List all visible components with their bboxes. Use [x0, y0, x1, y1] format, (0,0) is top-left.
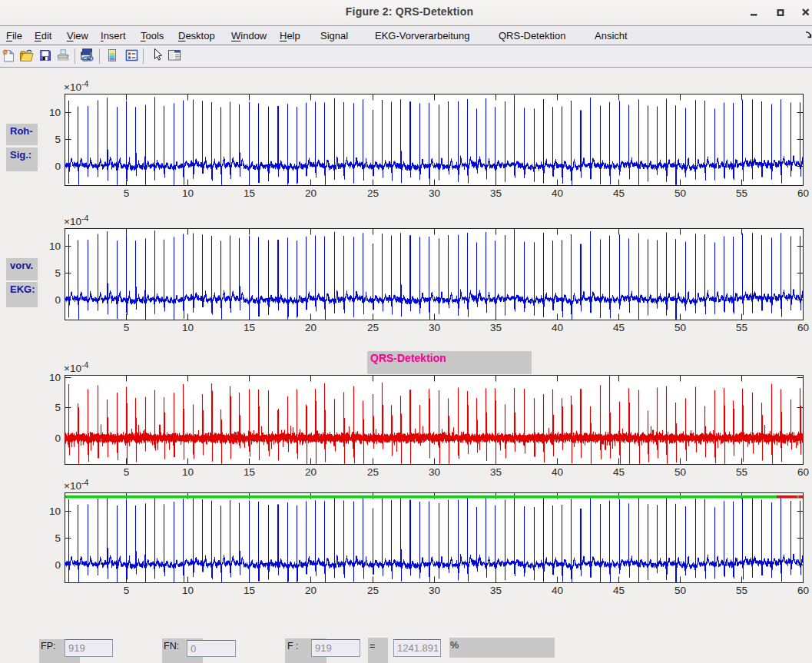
- svg-text:15: 15: [244, 585, 255, 596]
- svg-text:20: 20: [305, 585, 317, 596]
- svg-text:55: 55: [736, 585, 747, 596]
- svg-text:40: 40: [552, 322, 563, 333]
- svg-text:60: 60: [797, 322, 809, 333]
- svg-text:5: 5: [124, 322, 130, 333]
- svg-text:45: 45: [613, 322, 625, 333]
- svg-text:5: 5: [124, 466, 130, 478]
- svg-text:55: 55: [736, 322, 747, 333]
- svg-text:25: 25: [367, 322, 379, 333]
- svg-text:0: 0: [55, 559, 61, 571]
- svg-text:55: 55: [736, 187, 747, 199]
- svg-text:60: 60: [797, 585, 809, 596]
- svg-text:25: 25: [367, 466, 379, 478]
- svg-text:15: 15: [244, 322, 255, 333]
- svg-text:25: 25: [367, 187, 379, 199]
- svg-text:×10-4: ×10-4: [64, 79, 88, 93]
- svg-text:×10-4: ×10-4: [64, 214, 88, 227]
- svg-text:35: 35: [490, 322, 502, 333]
- svg-text:60: 60: [797, 187, 809, 199]
- svg-text:10: 10: [182, 187, 194, 199]
- svg-text:5: 5: [55, 134, 61, 145]
- svg-text:5: 5: [124, 585, 130, 596]
- svg-text:20: 20: [305, 187, 317, 199]
- svg-text:35: 35: [490, 466, 502, 478]
- svg-text:40: 40: [552, 585, 563, 596]
- svg-text:60: 60: [797, 466, 809, 478]
- svg-text:5: 5: [55, 532, 61, 544]
- svg-text:5: 5: [55, 267, 61, 279]
- svg-text:20: 20: [305, 322, 317, 333]
- svg-text:10: 10: [182, 322, 194, 333]
- svg-text:0: 0: [55, 433, 61, 444]
- svg-text:20: 20: [305, 466, 317, 478]
- svg-text:40: 40: [552, 187, 563, 199]
- svg-text:5: 5: [124, 187, 130, 199]
- svg-text:10: 10: [49, 240, 61, 252]
- svg-text:40: 40: [552, 466, 563, 478]
- svg-text:35: 35: [490, 187, 502, 199]
- svg-text:15: 15: [244, 187, 255, 199]
- svg-text:10: 10: [49, 107, 61, 118]
- svg-text:50: 50: [674, 322, 686, 333]
- svg-text:0: 0: [55, 161, 61, 172]
- svg-text:10: 10: [182, 585, 194, 596]
- svg-text:10: 10: [49, 372, 61, 383]
- svg-text:×10-4: ×10-4: [64, 478, 88, 492]
- svg-text:50: 50: [674, 466, 686, 478]
- svg-text:15: 15: [244, 466, 255, 478]
- svg-text:×10-4: ×10-4: [64, 360, 88, 374]
- svg-text:55: 55: [736, 466, 747, 478]
- svg-text:50: 50: [674, 585, 686, 596]
- svg-text:30: 30: [429, 187, 440, 199]
- svg-text:30: 30: [429, 466, 440, 478]
- svg-text:25: 25: [367, 585, 379, 596]
- svg-text:10: 10: [49, 506, 61, 517]
- svg-text:30: 30: [429, 585, 440, 596]
- svg-text:35: 35: [490, 585, 502, 596]
- svg-text:0: 0: [55, 294, 61, 306]
- svg-text:30: 30: [429, 322, 440, 333]
- svg-text:45: 45: [613, 585, 625, 596]
- svg-text:45: 45: [613, 187, 625, 199]
- svg-text:45: 45: [613, 466, 625, 478]
- svg-text:50: 50: [674, 187, 686, 199]
- svg-text:5: 5: [55, 402, 61, 413]
- svg-text:10: 10: [182, 466, 194, 478]
